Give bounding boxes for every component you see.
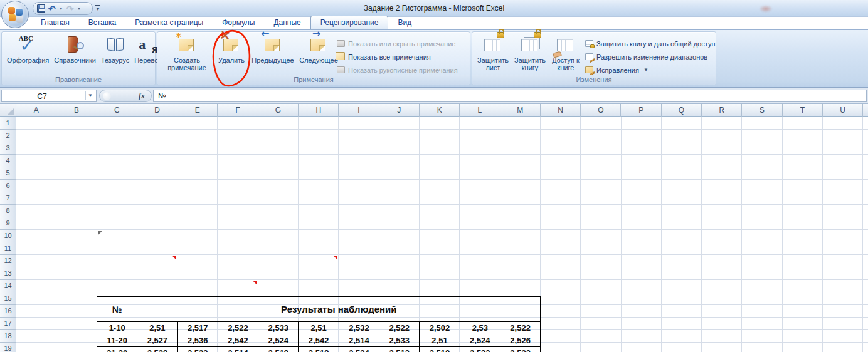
- cell-L10[interactable]: 2,524: [460, 334, 500, 347]
- col-header-A[interactable]: A: [16, 104, 56, 117]
- cell-K9[interactable]: 2,502: [420, 322, 460, 334]
- tab-0[interactable]: Главная: [31, 16, 79, 29]
- customize-quick-access-icon[interactable]: ▼: [95, 5, 100, 12]
- col-header-T[interactable]: T: [783, 104, 823, 117]
- show-all-comments-option[interactable]: Показать все примечания: [337, 50, 458, 63]
- cell-K11[interactable]: 2,518: [420, 347, 460, 352]
- cell-H10[interactable]: 2,542: [299, 334, 339, 347]
- col-header-O[interactable]: O: [581, 104, 621, 117]
- cell-E10[interactable]: 2,536: [177, 334, 218, 347]
- cell-E11[interactable]: 2,523: [177, 347, 218, 352]
- share-workbook-button[interactable]: Доступ к книге: [549, 33, 583, 72]
- cell-I11[interactable]: 2,524: [339, 347, 379, 352]
- formula-input[interactable]: №: [153, 90, 867, 102]
- row-header-1[interactable]: 1: [0, 117, 16, 130]
- col-header-U[interactable]: U: [823, 104, 863, 117]
- col-header-J[interactable]: J: [379, 104, 420, 117]
- cell-J10[interactable]: 2,533: [379, 334, 420, 347]
- cell-M9[interactable]: 2,522: [500, 322, 540, 334]
- next-comment-button[interactable]: → Следующее: [297, 33, 341, 65]
- cell-C11-range[interactable]: 21-30: [97, 347, 137, 352]
- row-header-11[interactable]: 11: [0, 242, 16, 255]
- name-box[interactable]: C7 ▼: [1, 90, 97, 102]
- row-header-8[interactable]: 8: [0, 205, 16, 217]
- col-header-C[interactable]: C: [97, 104, 137, 117]
- cell-L9[interactable]: 2,53: [460, 322, 500, 334]
- col-header-B[interactable]: B: [56, 104, 97, 117]
- row-header-6[interactable]: 6: [0, 180, 16, 192]
- row-header-2[interactable]: 2: [0, 130, 16, 142]
- research-button[interactable]: Справочники: [51, 33, 98, 65]
- row-header-3[interactable]: 3: [0, 142, 16, 155]
- cell-M11[interactable]: 2,522: [500, 347, 540, 352]
- col-header-P[interactable]: P: [622, 104, 662, 117]
- spelling-button[interactable]: ✓ABC Орфография: [4, 33, 51, 65]
- cell-J11[interactable]: 2,513: [379, 347, 420, 352]
- cell-E9[interactable]: 2,517: [177, 322, 218, 334]
- cell-L11[interactable]: 2,532: [460, 347, 500, 352]
- col-header-K[interactable]: K: [420, 104, 460, 117]
- save-icon[interactable]: [37, 4, 45, 13]
- tab-6[interactable]: Вид: [388, 16, 421, 29]
- row-header-14[interactable]: 14: [0, 280, 16, 292]
- track-changes-option[interactable]: Исправления ▼: [585, 63, 715, 76]
- col-header-R[interactable]: R: [702, 104, 742, 117]
- row-header-4[interactable]: 4: [0, 155, 16, 167]
- cell-G9[interactable]: 2,533: [258, 322, 299, 334]
- undo-dropdown-icon[interactable]: ▼: [59, 6, 63, 11]
- row-header-16[interactable]: 16: [0, 305, 16, 318]
- col-header-S[interactable]: S: [742, 104, 782, 117]
- cell-C9-range[interactable]: 1-10: [97, 322, 137, 334]
- cell-D11[interactable]: 2,529: [137, 347, 177, 352]
- protect-workbook-button[interactable]: Защитить книгу: [511, 33, 549, 72]
- col-header-F[interactable]: F: [218, 104, 258, 117]
- cell-G11[interactable]: 2,519: [258, 347, 299, 352]
- cell-C10-range[interactable]: 11-20: [97, 334, 137, 347]
- cell-F11[interactable]: 2,514: [218, 347, 258, 352]
- cell-M10[interactable]: 2,526: [500, 334, 540, 347]
- col-header-I[interactable]: I: [339, 104, 379, 117]
- row-header-13[interactable]: 13: [0, 267, 16, 280]
- col-header-E[interactable]: E: [177, 104, 218, 117]
- tab-4[interactable]: Данные: [264, 16, 310, 29]
- col-header-H[interactable]: H: [299, 104, 339, 117]
- cell-H11[interactable]: 2,519: [299, 347, 339, 352]
- protect-and-share-option[interactable]: Защитить книгу и дать общий доступ: [585, 37, 715, 50]
- col-header-G[interactable]: G: [258, 104, 299, 117]
- col-header-L[interactable]: L: [460, 104, 500, 117]
- new-comment-button[interactable]: * Создать примечание: [160, 33, 214, 72]
- row-header-7[interactable]: 7: [0, 192, 16, 205]
- tab-2[interactable]: Разметка страницы: [125, 16, 213, 29]
- insert-function-button[interactable]: fx: [99, 90, 152, 102]
- undo-icon[interactable]: ↶: [48, 4, 56, 13]
- table-title[interactable]: Результаты наблюдений: [137, 297, 541, 322]
- row-header-5[interactable]: 5: [0, 167, 16, 180]
- col-header-Q[interactable]: Q: [662, 104, 702, 117]
- row-header-18[interactable]: 18: [0, 330, 16, 343]
- cell-I10[interactable]: 2,514: [339, 334, 379, 347]
- row-header-19[interactable]: 19: [0, 343, 16, 352]
- row-header-15[interactable]: 15: [0, 292, 16, 305]
- thesaurus-button[interactable]: Тезаурус: [98, 33, 132, 65]
- name-box-dropdown-icon[interactable]: ▼: [85, 91, 95, 100]
- col-header-D[interactable]: D: [137, 104, 177, 117]
- cell-G10[interactable]: 2,524: [258, 334, 299, 347]
- select-all-corner[interactable]: [0, 104, 16, 117]
- allow-edit-ranges-option[interactable]: Разрешить изменение диапазонов: [585, 50, 715, 63]
- protect-sheet-button[interactable]: Защитить лист: [475, 33, 511, 72]
- tab-3[interactable]: Формулы: [213, 16, 264, 29]
- cell-H9[interactable]: 2,51: [299, 322, 339, 334]
- cell-F10[interactable]: 2,542: [218, 334, 258, 347]
- delete-comment-button[interactable]: × Удалить: [214, 33, 249, 65]
- office-button[interactable]: [1, 1, 29, 28]
- row-header-17[interactable]: 17: [0, 318, 16, 330]
- row-header-12[interactable]: 12: [0, 255, 16, 267]
- cell-D9[interactable]: 2,51: [137, 322, 177, 334]
- cell-F9[interactable]: 2,522: [218, 322, 258, 334]
- cell-C7-no-header[interactable]: №: [97, 297, 137, 322]
- row-header-9[interactable]: 9: [0, 217, 16, 230]
- cell-D10[interactable]: 2,527: [137, 334, 177, 347]
- row-header-10[interactable]: 10: [0, 230, 16, 242]
- cell-I9[interactable]: 2,532: [339, 322, 379, 334]
- tab-1[interactable]: Вставка: [79, 16, 126, 29]
